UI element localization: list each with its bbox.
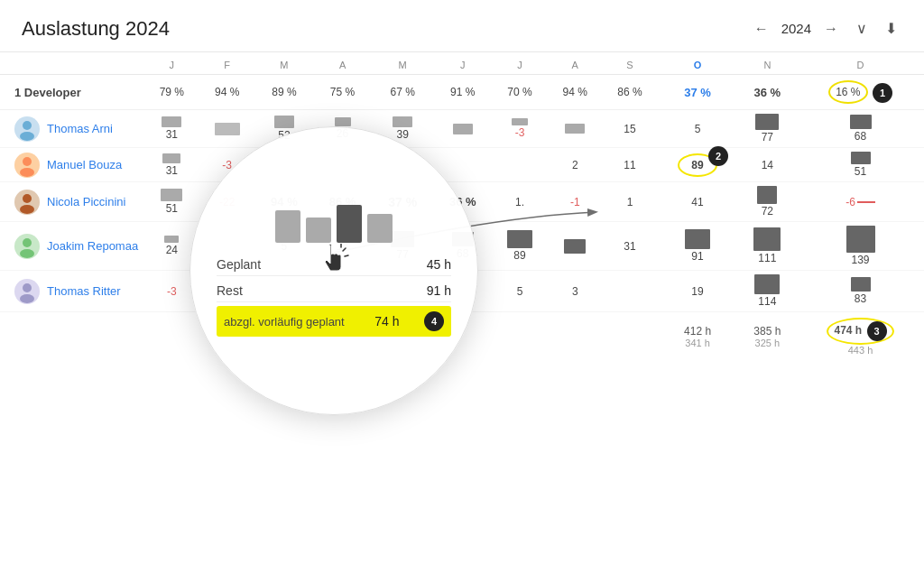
svg-point-7 — [20, 249, 34, 258]
person-link-thomas-ritter[interactable]: Thomas Ritter — [47, 284, 121, 298]
np-s: 1 — [603, 182, 658, 222]
prev-year-button[interactable]: ← — [749, 17, 774, 41]
footer-col-d: 474 h 3 443 h — [797, 312, 924, 358]
col-f: F — [199, 52, 255, 75]
svg-line-11 — [345, 255, 348, 256]
utilization-row: 1 Developer 79 % 94 % 89 % 75 % 67 % 91 … — [0, 75, 924, 110]
util-n: 36 % — [738, 75, 797, 110]
zoom-bar-2 — [306, 218, 331, 243]
zoom-bar-1 — [275, 210, 300, 243]
svg-point-0 — [23, 121, 32, 130]
badge-1: 1 — [873, 83, 892, 103]
month-header-row: J F M A M J J A S O N D — [0, 52, 924, 75]
svg-point-1 — [20, 132, 34, 141]
util-f: 94 % — [199, 75, 255, 110]
person-row-manuel-bouza: Manuel Bouza 31 -3 2 11 89 2 — [0, 148, 924, 182]
svg-point-2 — [23, 157, 32, 166]
year-label: 2024 — [781, 21, 811, 36]
svg-line-10 — [343, 248, 346, 251]
download-button[interactable]: ⬇ — [880, 16, 902, 41]
tr-o: 19 — [657, 271, 737, 312]
person-link-nicola-piccinini[interactable]: Nicola Piccinini — [47, 195, 125, 208]
col-m1: M — [255, 52, 314, 75]
col-a2: A — [548, 52, 603, 75]
person-link-manuel-bouza[interactable]: Manuel Bouza — [47, 158, 122, 171]
header: Auslastung 2024 ← 2024 → ∨ ⬇ — [0, 0, 924, 52]
footer-n-sub: 325 h — [742, 338, 793, 348]
ta-s: 15 — [603, 110, 658, 148]
col-j1: J — [144, 52, 199, 75]
svg-point-8 — [23, 283, 32, 292]
svg-point-3 — [20, 168, 34, 177]
col-s: S — [603, 52, 658, 75]
person-link-joakim-repomaa[interactable]: Joakim Repomaa — [47, 239, 138, 253]
col-o: O — [657, 52, 737, 75]
ta-n: 77 — [738, 110, 797, 148]
util-s: 86 % — [603, 75, 658, 110]
footer-n-total: 385 h — [753, 325, 781, 338]
person-name-cell-nicola-piccinini: Nicola Piccinini — [0, 182, 144, 222]
person-link-thomas-arni[interactable]: Thomas Arni — [47, 122, 113, 135]
util-o: 37 % — [657, 75, 737, 110]
person-name-cell-joakim-repomaa: Joakim Repomaa — [0, 222, 144, 271]
svg-point-4 — [23, 194, 32, 203]
next-year-button[interactable]: → — [818, 17, 844, 41]
person-name-cell-thomas-arni: Thomas Arni — [0, 110, 144, 148]
person-name-thomas-arni: Thomas Arni — [14, 116, 141, 142]
person-name-cell-thomas-ritter: Thomas Ritter — [0, 271, 144, 312]
mb-j: 31 — [144, 148, 199, 182]
avatar-nicola-piccinini — [14, 190, 40, 215]
np-a2: -1 — [548, 182, 603, 222]
util-a2: 94 % — [548, 75, 603, 110]
col-label — [0, 52, 144, 75]
footer-d-sub: 443 h — [800, 345, 920, 356]
badge-3: 3 — [867, 321, 887, 341]
tr-n2: 83 — [797, 271, 924, 312]
col-j2: J — [433, 52, 492, 75]
person-name-nicola-piccinini: Nicola Piccinini — [14, 190, 141, 215]
ta-o: 5 — [657, 110, 737, 148]
tooltip-geplant-label: Geplant — [217, 257, 261, 272]
np-j: 51 — [144, 182, 199, 222]
svg-point-9 — [20, 294, 34, 303]
zoomed-bar-area — [217, 205, 451, 243]
app-container: Auslastung 2024 ← 2024 → ∨ ⬇ J F M A M J… — [0, 0, 924, 574]
avatar-joakim-repomaa — [14, 234, 40, 259]
person-name-thomas-ritter: Thomas Ritter — [14, 279, 141, 304]
util-a1: 75 % — [313, 75, 372, 110]
red-line-indicator — [857, 201, 875, 203]
person-name-manuel-bouza: Manuel Bouza — [14, 153, 141, 178]
util-d-circle: 16 % — [828, 80, 868, 104]
footer-label — [0, 312, 144, 358]
zoom-bar-3 — [337, 205, 362, 243]
utilization-label: 1 Developer — [0, 75, 144, 110]
page-title: Auslastung 2024 — [22, 17, 170, 41]
person-row-thomas-arni: Thomas Arni 31 52 26 39 -3 15 5 77 68 — [0, 110, 924, 148]
person-name-joakim-repomaa: Joakim Repomaa — [14, 234, 141, 259]
col-j3: J — [492, 52, 548, 75]
ta-a2 — [548, 110, 603, 148]
np-o: 41 — [657, 182, 737, 222]
zoom-bar-4 — [367, 214, 393, 243]
tr-n: 114 — [738, 271, 797, 312]
badge-2: 2 — [708, 146, 728, 166]
jr-o: 91 — [657, 222, 737, 271]
np-j3: 1. — [492, 182, 548, 222]
ta-j2 — [433, 110, 492, 148]
footer-col-o: 412 h 341 h — [657, 312, 737, 358]
mb-o: 89 2 — [657, 148, 737, 182]
mb-a2: 2 — [548, 148, 603, 182]
avatar-thomas-ritter — [14, 279, 40, 304]
jr-j3: 89 — [492, 222, 548, 271]
mb-n2: 51 — [797, 148, 924, 182]
col-n: N — [738, 52, 797, 75]
cursor-icon — [318, 244, 350, 287]
badge-4-tooltip: 4 — [424, 311, 444, 331]
ta-j: 31 — [144, 110, 199, 148]
expand-button[interactable]: ∨ — [851, 16, 873, 41]
ta-f — [199, 110, 255, 148]
footer-d-total: 474 h — [834, 324, 862, 337]
np-d: -6 — [797, 182, 924, 222]
header-controls: ← 2024 → ∨ ⬇ — [749, 16, 902, 41]
svg-point-6 — [23, 238, 32, 247]
